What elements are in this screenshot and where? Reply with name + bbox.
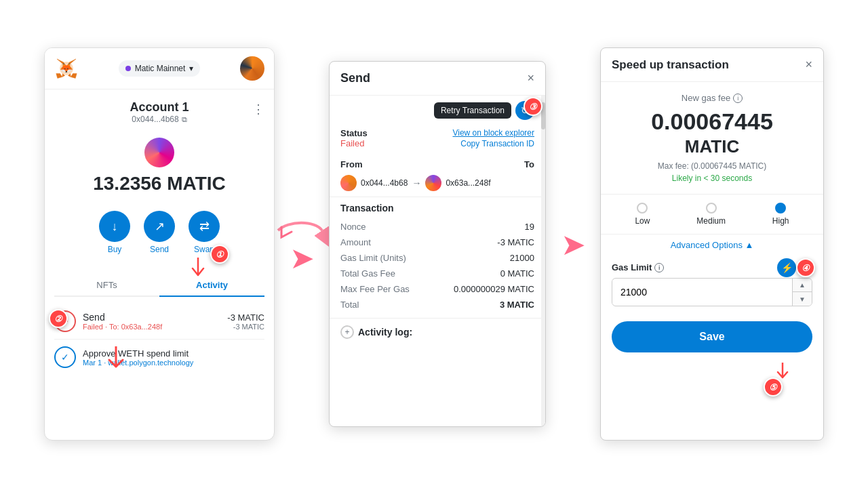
amount-key: Amount <box>340 237 371 247</box>
from-label: From <box>340 159 363 169</box>
buy-action-button[interactable]: ↓ Buy <box>99 211 130 254</box>
panel3-header: Speed up transaction × <box>601 48 823 82</box>
speed-option-low[interactable]: Low <box>635 203 650 226</box>
activity-amount-sub: -3 MATIC <box>227 323 264 331</box>
speed-radio-high[interactable] <box>775 203 786 214</box>
speed-radio-medium[interactable] <box>706 203 717 214</box>
speed-label-low: Low <box>635 216 650 226</box>
to-address: 0x63a...248f <box>446 178 490 188</box>
balance-amount: 13.2356 MATIC <box>93 173 226 195</box>
panel3-speed-up: Speed up transaction × New gas fee i 0.0… <box>600 47 824 441</box>
panel2-scrollbar[interactable] <box>541 96 545 426</box>
annotation-5: ⑤ <box>764 378 783 396</box>
swap-action-button[interactable]: ⇄ Swap ① <box>189 211 220 254</box>
gas-currency: MATIC <box>612 136 812 157</box>
panel2-close-button[interactable]: × <box>527 71 534 85</box>
tab-activity[interactable]: Activity <box>159 274 264 297</box>
metamask-logo-icon: 🦊 <box>54 56 79 81</box>
account-name: Account 1 <box>130 100 189 115</box>
account-avatar[interactable] <box>240 56 264 81</box>
right-arrow-icon: ➤ <box>290 241 315 275</box>
activity-log-section[interactable]: + Activity log: <box>330 318 545 346</box>
save-button[interactable]: Save <box>612 321 812 352</box>
lightning-speed-icon: ⚡ <box>777 258 796 277</box>
speed-options: Low Medium High <box>601 195 823 235</box>
gas-limit-increase-button[interactable]: ▲ <box>793 279 812 292</box>
amount-value: -3 MATIC <box>497 237 534 247</box>
activity-item-approve[interactable]: ✓ Approve WETH spend limit Mar 1 · walle… <box>54 340 264 375</box>
max-fee-per-gas-key: Max Fee Per Gas <box>340 284 410 294</box>
approve-date: Mar 1 · wallet.polygon.technology <box>83 359 193 367</box>
view-on-block-explorer-link[interactable]: View on block explorer <box>452 128 534 138</box>
gas-amount: 0.00067445 <box>612 108 812 135</box>
approve-icon: ✓ <box>54 346 76 368</box>
speed-label-medium: Medium <box>696 216 726 226</box>
speed-radio-low[interactable] <box>637 203 648 214</box>
panel2-scroll[interactable]: Retry Transaction ↻ ③ Status Failed View… <box>330 96 545 426</box>
token-icon <box>144 138 174 167</box>
activity-info2: Approve WETH spend limit Mar 1 · wallet.… <box>83 348 193 367</box>
copy-transaction-id-link[interactable]: Copy Transaction ID <box>460 139 534 148</box>
gas-limit-input[interactable] <box>612 280 792 304</box>
tx-row-gas-limit: Gas Limit (Units) 21000 <box>340 250 534 266</box>
total-value: 3 MATIC <box>500 300 534 310</box>
network-badge[interactable]: Matic Mainnet ▾ <box>119 60 201 77</box>
activity-info: Send Failed · To: 0x63a...248f <box>83 312 162 331</box>
speed-option-high[interactable]: High <box>772 203 789 226</box>
tx-row-total-gas-fee: Total Gas Fee 0 MATIC <box>340 266 534 281</box>
annotation-1: ① <box>210 245 229 264</box>
balance-section: 13.2356 MATIC <box>45 129 274 203</box>
likely-time: Likely in < 30 seconds <box>612 174 812 183</box>
nonce-value: 19 <box>525 222 534 232</box>
buy-label: Buy <box>108 245 122 254</box>
svg-marker-2 <box>71 74 77 79</box>
network-name: Matic Mainnet <box>135 64 186 73</box>
activity-log-label: Activity log: <box>358 327 412 338</box>
transaction-section: Transaction Nonce 19 Amount -3 MATIC Gas… <box>330 197 545 318</box>
status-left: Status Failed <box>340 128 368 148</box>
account-address: 0x044...4b68 ⧉ <box>132 115 186 124</box>
transaction-title: Transaction <box>340 203 534 214</box>
activity-list: ↗ Send Failed · To: 0x63a...248f -3 MATI… <box>45 297 274 382</box>
gas-limit-info-icon[interactable]: i <box>654 263 664 272</box>
activity-item-send[interactable]: ↗ Send Failed · To: 0x63a...248f -3 MATI… <box>54 304 264 340</box>
tab-nfts[interactable]: NFTs <box>54 274 159 296</box>
panel3-close-button[interactable]: × <box>805 58 812 72</box>
from-address: 0x044...4b68 <box>361 178 408 188</box>
total-gas-fee-value: 0 MATIC <box>500 268 534 279</box>
gas-limit-stepper: ▲ ▼ <box>792 279 812 306</box>
send-action-button[interactable]: ↗ Send <box>144 211 175 254</box>
activity-amounts: -3 MATIC -3 MATIC <box>227 312 264 331</box>
activity-amount: -3 MATIC <box>227 312 264 323</box>
panels-wrapper: 🦊 Matic Mainnet ▾ ⋮ Account 1 0x044...4b… <box>44 47 824 441</box>
main-container: 🦊 Matic Mainnet ▾ ⋮ Account 1 0x044...4b… <box>0 0 868 488</box>
retry-bar: Retry Transaction ↻ ③ <box>330 96 545 125</box>
advanced-options-button[interactable]: Advanced Options ▲ <box>601 235 823 256</box>
send-label: Send <box>150 245 169 254</box>
speed-option-medium[interactable]: Medium <box>696 203 726 226</box>
svg-text:🦊: 🦊 <box>60 62 73 74</box>
gas-fee-info-icon[interactable]: i <box>733 94 743 103</box>
status-section: Status Failed View on block explorer Cop… <box>330 125 545 154</box>
total-gas-fee-key: Total Gas Fee <box>340 268 395 279</box>
status-label: Status <box>340 128 368 138</box>
to-address-icon <box>425 175 441 191</box>
activity-title: Send <box>83 312 162 323</box>
send-icon: ↗ <box>144 211 175 242</box>
annotation-2: ② <box>49 309 68 328</box>
swap-down-arrow <box>190 258 207 284</box>
panel1-header: 🦊 Matic Mainnet ▾ <box>45 48 274 89</box>
account-options-button[interactable]: ⋮ <box>252 102 264 117</box>
tx-row-nonce: Nonce 19 <box>340 219 534 235</box>
gas-limit-key: Gas Limit (Units) <box>340 253 406 263</box>
gas-fee-label: New gas fee i <box>612 93 812 103</box>
from-address-icon <box>340 175 357 191</box>
gas-limit-decrease-button[interactable]: ▼ <box>793 292 812 306</box>
arrow-1: ➤ <box>275 214 329 275</box>
network-dot <box>125 66 131 71</box>
panel2-title: Send <box>340 71 370 85</box>
annotation-3: ③ <box>524 97 542 116</box>
from-to-section: From To 0x044...4b68 → 0x63a...248f <box>330 154 545 197</box>
panel2-send-detail: Send × Retry Transaction ↻ ③ Status <box>329 61 546 427</box>
copy-address-icon[interactable]: ⧉ <box>182 115 187 124</box>
